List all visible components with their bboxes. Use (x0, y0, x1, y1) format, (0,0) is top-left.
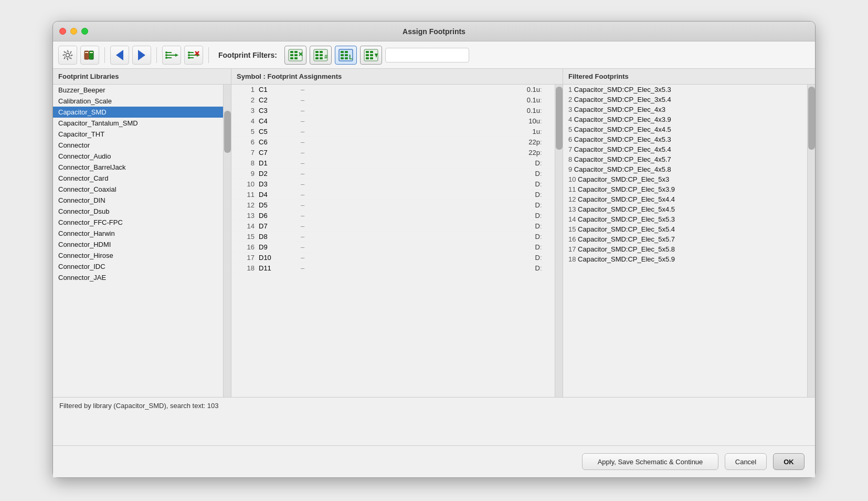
clear-button[interactable] (184, 46, 203, 65)
library-item[interactable]: Connector_Audio (53, 151, 223, 162)
footprint-item[interactable]: 6 Capacitor_SMD:CP_Elec_4x5.3 (563, 134, 807, 144)
maximize-button[interactable] (81, 28, 88, 35)
footprint-item[interactable]: 4 Capacitor_SMD:CP_Elec_4x3.9 (563, 114, 807, 124)
separator-1 (104, 47, 105, 63)
fp-name: Capacitor_SMD:CP_Elec_5x4.4 (578, 195, 675, 203)
fp-name: Capacitor_SMD:CP_Elec_4x5.4 (574, 145, 671, 153)
assignments-scrollbar[interactable] (555, 85, 563, 397)
svg-point-21 (188, 51, 190, 54)
library-item[interactable]: Buzzer_Beeper (53, 85, 223, 96)
row-val: D (311, 191, 540, 199)
library-item[interactable]: Capacitor_THT (53, 129, 223, 140)
library-item[interactable]: Connector_Coaxial (53, 184, 223, 195)
table-row[interactable]: 4 C4 – 10u : (231, 116, 555, 127)
footprint-item[interactable]: 11 Capacitor_SMD:CP_Elec_5x3.9 (563, 184, 807, 194)
footprint-item[interactable]: 17 Capacitor_SMD:CP_Elec_5x5.8 (563, 244, 807, 254)
libraries-list[interactable]: Buzzer_BeeperCalibration_ScaleCapacitor_… (53, 85, 223, 397)
spacer (53, 414, 815, 445)
library-item[interactable]: Connector_BarrelJack (53, 162, 223, 173)
row-dash: – (301, 254, 311, 262)
table-row[interactable]: 6 C6 – 22p : (231, 137, 555, 148)
library-item[interactable]: Connector_Hirose (53, 250, 223, 261)
fp-num: 1 (568, 86, 572, 93)
filter-lib-button[interactable]: L (335, 46, 357, 65)
table-row[interactable]: 11 D4 – D : (231, 190, 555, 200)
footprint-item[interactable]: 16 Capacitor_SMD:CP_Elec_5x5.7 (563, 234, 807, 244)
apply-button[interactable]: Apply, Save Schematic & Continue (582, 453, 718, 470)
separator-2 (156, 47, 157, 63)
fp-name: Capacitor_SMD:CP_Elec_5x3 (578, 175, 669, 183)
table-row[interactable]: 9 D2 – D : (231, 169, 555, 179)
fp-name: Capacitor_SMD:CP_Elec_3x5.4 (574, 96, 671, 103)
row-comp: C7 (259, 149, 301, 156)
library-item[interactable]: Connector_Harwin (53, 228, 223, 239)
footprint-item[interactable]: 5 Capacitor_SMD:CP_Elec_4x4.5 (563, 124, 807, 134)
library-item[interactable]: Connector_JAE (53, 272, 223, 283)
table-row[interactable]: 1 C1 – 0.1u : (231, 85, 555, 95)
filter-search-button[interactable] (360, 46, 382, 65)
footprint-item[interactable]: 7 Capacitor_SMD:CP_Elec_4x5.4 (563, 144, 807, 154)
library-item[interactable]: Connector_Card (53, 173, 223, 184)
table-row[interactable]: 15 D8 – D : (231, 232, 555, 242)
net-button[interactable] (162, 46, 181, 65)
footprint-item[interactable]: 10 Capacitor_SMD:CP_Elec_5x3 (563, 174, 807, 184)
cancel-button[interactable]: Cancel (725, 453, 767, 470)
table-row[interactable]: 10 D3 – D : (231, 179, 555, 190)
library-item[interactable]: Connector_Dsub (53, 206, 223, 217)
table-row[interactable]: 7 C7 – 22p : (231, 148, 555, 158)
back-button[interactable] (110, 46, 129, 65)
footprint-item[interactable]: 15 Capacitor_SMD:CP_Elec_5x5.4 (563, 224, 807, 234)
search-input[interactable] (385, 48, 469, 62)
table-row[interactable]: 5 C5 – 1u : (231, 127, 555, 137)
table-row[interactable]: 17 D10 – D : (231, 253, 555, 263)
footprint-item[interactable]: 12 Capacitor_SMD:CP_Elec_5x4.4 (563, 194, 807, 204)
footprint-item[interactable]: 2 Capacitor_SMD:CP_Elec_3x5.4 (563, 95, 807, 105)
library-item[interactable]: Capacitor_SMD (53, 107, 223, 118)
row-colon: : (540, 264, 551, 272)
ok-button[interactable]: OK (773, 453, 805, 470)
library-item[interactable]: Connector (53, 140, 223, 151)
library-button[interactable] (80, 46, 99, 65)
table-row[interactable]: 8 D1 – D : (231, 158, 555, 169)
minimize-button[interactable] (70, 28, 77, 35)
svg-rect-26 (294, 51, 298, 53)
footprint-item[interactable]: 9 Capacitor_SMD:CP_Elec_4x5.8 (563, 164, 807, 174)
footprints-list[interactable]: 1 Capacitor_SMD:CP_Elec_3x5.32 Capacitor… (563, 85, 807, 397)
svg-rect-36 (315, 54, 319, 56)
filter-fp-button[interactable] (284, 46, 306, 65)
footprint-item[interactable]: 18 Capacitor_SMD:CP_Elec_5x5.9 (563, 254, 807, 264)
footprints-scrollbar[interactable] (807, 85, 815, 397)
table-row[interactable]: 18 D11 – D : (231, 263, 555, 274)
row-comp: C3 (259, 107, 301, 114)
assignments-scrollbar-thumb[interactable] (556, 87, 563, 150)
table-row[interactable]: 12 D5 – D : (231, 200, 555, 211)
footprints-scrollbar-thumb[interactable] (808, 87, 815, 150)
footprint-item[interactable]: 13 Capacitor_SMD:CP_Elec_5x4.5 (563, 204, 807, 214)
table-row[interactable]: 16 D9 – D : (231, 242, 555, 253)
settings-button[interactable] (58, 46, 77, 65)
row-comp: D9 (259, 243, 301, 251)
library-item[interactable]: Connector_HDMI (53, 239, 223, 250)
table-row[interactable]: 3 C3 – 0.1u : (231, 106, 555, 116)
footprint-item[interactable]: 8 Capacitor_SMD:CP_Elec_4x5.7 (563, 154, 807, 164)
library-item[interactable]: Connector_DIN (53, 195, 223, 206)
footprint-item[interactable]: 14 Capacitor_SMD:CP_Elec_5x5.3 (563, 214, 807, 224)
assignments-table[interactable]: 1 C1 – 0.1u : 2 C2 – 0.1u : 3 C3 – 0.1u … (231, 85, 555, 397)
library-item[interactable]: Connector_IDC (53, 261, 223, 272)
row-val: D (311, 212, 540, 220)
library-item[interactable]: Connector_FFC-FPC (53, 217, 223, 228)
library-item[interactable]: Capacitor_Tantalum_SMD (53, 118, 223, 129)
forward-button[interactable] (132, 46, 151, 65)
libraries-scrollbar-thumb[interactable] (224, 111, 231, 153)
table-row[interactable]: 14 D7 – D : (231, 221, 555, 232)
row-dash: – (301, 222, 311, 230)
table-row[interactable]: 2 C2 – 0.1u : (231, 95, 555, 106)
footprint-item[interactable]: 1 Capacitor_SMD:CP_Elec_3x5.3 (563, 85, 807, 95)
table-row[interactable]: 13 D6 – D : (231, 211, 555, 221)
footprint-item[interactable]: 3 Capacitor_SMD:CP_Elec_4x3 (563, 105, 807, 114)
filter-pin-button[interactable]: # (310, 46, 332, 65)
library-item[interactable]: Calibration_Scale (53, 96, 223, 107)
libraries-scrollbar[interactable] (223, 85, 231, 397)
row-comp: C1 (259, 86, 301, 93)
close-button[interactable] (59, 28, 66, 35)
